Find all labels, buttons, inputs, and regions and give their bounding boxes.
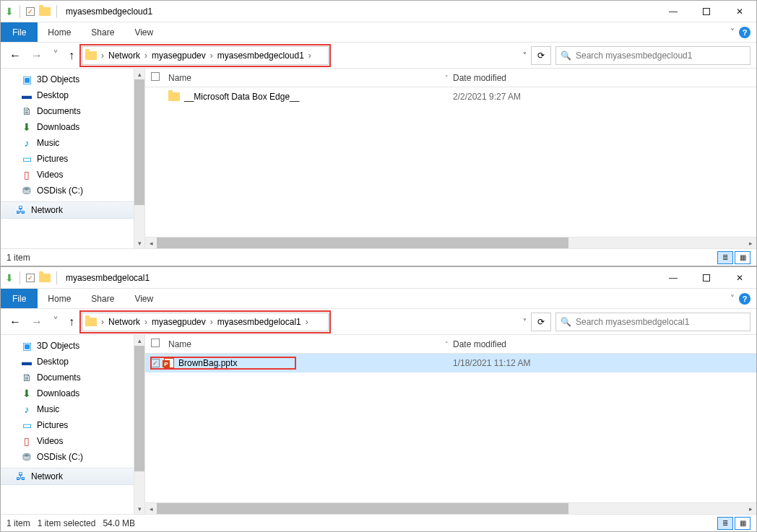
history-dropdown-icon[interactable]: ˅ — [523, 51, 527, 59]
view-details-button[interactable]: ≣ — [717, 517, 733, 530]
table-row[interactable]: __Microsoft Data Box Edge__ 2/2/2021 9:2… — [145, 87, 756, 106]
search-placeholder: Search myasesmbedgecloud1 — [576, 51, 692, 61]
folder-icon[interactable] — [39, 7, 51, 16]
address-bar: ← → ˅ ↑ › Network › myasegpudev › myases… — [1, 43, 756, 69]
tab-view[interactable]: View — [124, 22, 163, 42]
nav-network[interactable]: 🖧Network — [1, 201, 144, 219]
search-input[interactable]: 🔍 Search myasesmbedgecloud1 — [555, 46, 750, 65]
breadcrumb[interactable]: › Network › myasegpudev › myasesmbedgelo… — [82, 313, 329, 331]
documents-icon: 🗎 — [21, 105, 33, 117]
maximize-button[interactable] — [690, 1, 723, 22]
tab-share[interactable]: Share — [81, 22, 124, 42]
nav-desktop[interactable]: ▬Desktop — [1, 87, 144, 103]
nav-music[interactable]: ♪Music — [1, 401, 144, 417]
file-name: BrownBag.pptx — [178, 358, 237, 368]
view-details-button[interactable]: ≣ — [717, 251, 733, 264]
nav-osdisk[interactable]: ⛃OSDisk (C:) — [1, 183, 144, 199]
nav-pictures[interactable]: ▭Pictures — [1, 417, 144, 433]
nav-documents[interactable]: 🗎Documents — [1, 370, 144, 385]
close-button[interactable]: ✕ — [723, 1, 756, 22]
search-input[interactable]: 🔍 Search myasesmbedgelocal1 — [555, 313, 750, 331]
properties-icon[interactable] — [26, 274, 35, 282]
forward-button[interactable]: → — [28, 49, 46, 62]
select-all-checkbox[interactable] — [151, 339, 160, 347]
file-date: 2/2/2021 9:27 AM — [453, 92, 521, 102]
nav-documents[interactable]: 🗎Documents — [1, 103, 144, 119]
select-all-checkbox[interactable] — [151, 72, 160, 81]
tab-home[interactable]: Home — [38, 289, 81, 308]
folder-icon[interactable] — [39, 274, 51, 282]
nav-pane[interactable]: ▣3D Objects ▬Desktop 🗎Documents ⬇Downloa… — [1, 69, 145, 248]
ribbon-expand-icon[interactable]: ˅ — [730, 294, 735, 304]
recent-locations-icon[interactable]: ˅ — [50, 48, 61, 62]
crumb-network[interactable]: Network — [108, 317, 140, 327]
table-row[interactable]: BrownBag.pptx 1/18/2021 11:12 AM — [145, 354, 756, 372]
refresh-button[interactable]: ⟳ — [531, 46, 551, 65]
titlebar[interactable]: ⬇ myasesmbedgecloud1 — ✕ — [1, 1, 756, 22]
crumb-host[interactable]: myasegpudev — [152, 51, 206, 61]
nav-pane[interactable]: ▣3D Objects ▬Desktop 🗎Documents ⬇Downloa… — [1, 335, 145, 514]
tab-home[interactable]: Home — [38, 22, 81, 42]
pin-icon[interactable]: ⬇ — [5, 6, 14, 17]
titlebar[interactable]: ⬇ myasesmbedgelocal1 — ✕ — [1, 267, 756, 289]
close-button[interactable]: ✕ — [723, 267, 756, 289]
tab-view[interactable]: View — [124, 289, 163, 308]
tab-file[interactable]: File — [1, 289, 38, 308]
nav-3d-objects[interactable]: ▣3D Objects — [1, 338, 144, 354]
file-list: Name˄ Date modified BrownBag.pptx 1/18/2… — [145, 335, 756, 514]
nav-downloads[interactable]: ⬇Downloads — [1, 119, 144, 135]
ribbon-expand-icon[interactable]: ˅ — [730, 27, 735, 38]
nav-downloads[interactable]: ⬇Downloads — [1, 385, 144, 401]
refresh-button[interactable]: ⟳ — [531, 313, 551, 331]
up-button[interactable]: ↑ — [66, 49, 77, 62]
nav-music[interactable]: ♪Music — [1, 135, 144, 151]
help-icon[interactable]: ? — [739, 293, 750, 305]
nav-osdisk[interactable]: ⛃OSDisk (C:) — [1, 449, 144, 465]
network-icon: 🖧 — [15, 204, 27, 216]
up-button[interactable]: ↑ — [66, 315, 77, 328]
back-button[interactable]: ← — [7, 49, 24, 62]
music-icon: ♪ — [21, 137, 33, 149]
col-date[interactable]: Date modified — [453, 339, 506, 349]
maximize-button[interactable] — [690, 267, 723, 289]
minimize-button[interactable]: — — [657, 1, 690, 22]
row-checkbox[interactable] — [151, 359, 160, 367]
tab-file[interactable]: File — [1, 22, 38, 42]
help-icon[interactable]: ? — [739, 27, 750, 38]
nav-scrollbar[interactable]: ▴▾ — [134, 69, 144, 248]
crumb-host[interactable]: myasegpudev — [152, 317, 206, 327]
column-headers[interactable]: Name˄ Date modified — [145, 69, 756, 87]
nav-3d-objects[interactable]: ▣3D Objects — [1, 71, 144, 87]
col-date[interactable]: Date modified — [453, 73, 506, 83]
nav-network[interactable]: 🖧Network — [1, 468, 144, 485]
col-name[interactable]: Name — [168, 339, 191, 349]
back-button[interactable]: ← — [7, 315, 24, 328]
pin-icon[interactable]: ⬇ — [5, 272, 14, 284]
search-placeholder: Search myasesmbedgelocal1 — [576, 317, 689, 327]
properties-icon[interactable] — [26, 7, 35, 16]
crumb-share[interactable]: myasesmbedgelocal1 — [217, 317, 301, 327]
forward-button[interactable]: → — [28, 315, 46, 328]
minimize-button[interactable]: — — [657, 267, 690, 289]
nav-pictures[interactable]: ▭Pictures — [1, 151, 144, 167]
breadcrumb[interactable]: › Network › myasegpudev › myasesmbedgecl… — [82, 46, 329, 65]
col-name[interactable]: Name — [168, 73, 191, 83]
file-date: 1/18/2021 11:12 AM — [453, 358, 530, 368]
tab-share[interactable]: Share — [81, 289, 124, 308]
view-large-button[interactable]: ▦ — [735, 517, 750, 530]
search-icon: 🔍 — [561, 51, 571, 61]
crumb-network[interactable]: Network — [108, 51, 140, 61]
horizontal-scrollbar[interactable]: ◂▸ — [145, 237, 756, 248]
history-dropdown-icon[interactable]: ˅ — [523, 318, 527, 326]
nav-scrollbar[interactable]: ▴▾ — [134, 335, 144, 514]
crumb-share[interactable]: myasesmbedgecloud1 — [217, 51, 304, 61]
horizontal-scrollbar[interactable]: ◂▸ — [145, 502, 756, 514]
column-headers[interactable]: Name˄ Date modified — [145, 335, 756, 354]
nav-videos[interactable]: ▯Videos — [1, 433, 144, 449]
view-large-button[interactable]: ▦ — [735, 251, 750, 264]
status-bar: 1 item 1 item selected 54.0 MB ≣ ▦ — [1, 514, 756, 531]
nav-videos[interactable]: ▯Videos — [1, 167, 144, 183]
nav-desktop[interactable]: ▬Desktop — [1, 354, 144, 370]
recent-locations-icon[interactable]: ˅ — [50, 315, 61, 328]
disk-icon: ⛃ — [21, 451, 33, 463]
